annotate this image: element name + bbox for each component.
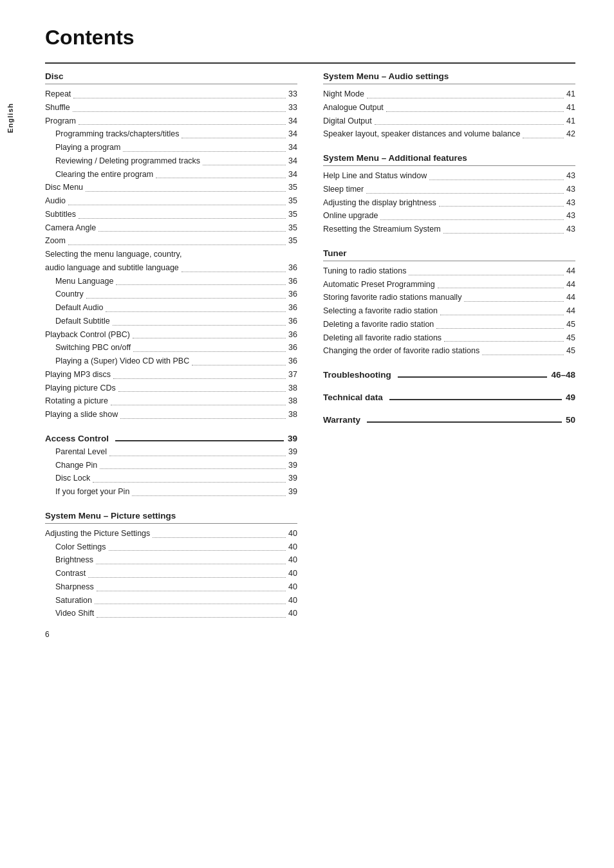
list-item: Deleting a favorite radio station45	[323, 319, 575, 331]
toc-dots	[113, 325, 286, 326]
toc-dots	[133, 338, 286, 338]
picture-settings-entries: Adjusting the Picture Settings40Color Se…	[45, 528, 297, 620]
toc-label: If you forget your Pin	[45, 486, 129, 498]
toc-dots	[118, 391, 286, 392]
list-item: Contrast40	[45, 568, 297, 580]
additional-features-section: System Menu – Additional features Help L…	[323, 153, 575, 235]
toc-page: 40	[288, 595, 297, 607]
two-column-layout: Disc Repeat33Shuffle33Program34Programmi…	[45, 71, 575, 633]
list-item: Deleting all favorite radio stations45	[323, 332, 575, 344]
toc-label: Rotating a picture	[45, 395, 108, 407]
list-item: Color Settings40	[45, 541, 297, 553]
toc-page: 38	[288, 409, 297, 421]
toc-dots	[439, 206, 564, 207]
toc-page: 40	[288, 581, 297, 593]
list-item: Brightness40	[45, 554, 297, 566]
toc-page: 45	[566, 332, 575, 344]
toc-label: Selecting a favorite radio station	[323, 305, 438, 317]
toc-dots	[109, 550, 286, 551]
toc-page: 40	[288, 528, 297, 540]
disc-entries: Repeat33Shuffle33Program34Programming tr…	[45, 88, 297, 421]
toc-label: Online upgrade	[323, 210, 378, 222]
list-item: Selecting a favorite radio station44	[323, 305, 575, 317]
toc-label: Help Line and Status window	[323, 170, 427, 182]
toc-dots	[96, 564, 286, 564]
toc-dots	[482, 355, 564, 355]
toc-dots	[203, 165, 286, 165]
toc-page: 34	[288, 142, 297, 154]
technical-data-dots	[389, 399, 562, 400]
toc-page: 38	[288, 395, 297, 407]
toc-label: Night Mode	[323, 88, 364, 100]
troubleshooting-dots	[398, 376, 548, 378]
toc-dots	[429, 180, 564, 180]
list-item: Automatic Preset Programming44	[323, 279, 575, 291]
list-item: Saturation40	[45, 595, 297, 607]
toc-label: Playback Control (PBC)	[45, 329, 130, 341]
toc-page: 43	[566, 210, 575, 222]
toc-label: Parental Level	[45, 446, 107, 458]
toc-label: Repeat	[45, 88, 71, 100]
page-number: 6	[45, 630, 50, 639]
tuner-divider	[323, 261, 575, 261]
list-item: Changing the order of favorite radio sta…	[323, 345, 575, 357]
toc-label: Switching PBC on/off	[45, 342, 131, 354]
list-item: Playing picture CDs38	[45, 382, 297, 394]
toc-label: Disc Menu	[45, 181, 83, 194]
list-item: Adjusting the Picture Settings40	[45, 528, 297, 540]
warranty-title: Warranty	[323, 415, 360, 425]
list-item: Subtitles35	[45, 208, 297, 221]
access-control-header-dots	[115, 440, 284, 441]
toc-page: 44	[566, 279, 575, 291]
toc-label: Default Audio	[45, 302, 103, 314]
toc-label: Deleting a favorite radio station	[323, 319, 434, 331]
audio-settings-divider	[323, 84, 575, 84]
toc-page: 40	[288, 568, 297, 580]
toc-label: Digital Output	[323, 115, 372, 127]
troubleshooting-header: Troubleshooting 46–48	[323, 370, 575, 380]
toc-label: Change Pin	[45, 459, 97, 472]
toc-page: 35	[288, 222, 297, 234]
toc-label: Adjusting the display brightness	[323, 197, 436, 209]
toc-label: Contrast	[45, 568, 86, 580]
list-item: Selecting the menu language, country,	[45, 248, 297, 261]
picture-settings-title: System Menu – Picture settings	[45, 511, 297, 521]
toc-page: 43	[566, 183, 575, 196]
right-column: System Menu – Audio settings Night Mode4…	[323, 71, 575, 633]
toc-page: 35	[288, 181, 297, 194]
technical-data-header: Technical data 49	[323, 392, 575, 402]
toc-label: Video Shift	[45, 607, 94, 620]
toc-page: 40	[288, 541, 297, 553]
list-item: Disc Lock39	[45, 472, 297, 485]
toc-dots	[106, 311, 286, 312]
disc-section: Disc Repeat33Shuffle33Program34Programmi…	[45, 71, 297, 421]
toc-dots	[367, 98, 564, 98]
list-item: Video Shift40	[45, 607, 297, 620]
toc-dots	[109, 456, 286, 456]
toc-dots	[97, 617, 286, 618]
toc-page: 39	[288, 446, 297, 458]
list-item: Change Pin39	[45, 459, 297, 472]
toc-page: 40	[288, 607, 297, 620]
access-control-entries: Parental Level39Change Pin39Disc Lock39I…	[45, 446, 297, 498]
toc-page: 36	[288, 315, 297, 328]
toc-label: Country	[45, 288, 84, 300]
list-item: Playing a (Super) Video CD with PBC36	[45, 355, 297, 367]
toc-label: Changing the order of favorite radio sta…	[323, 345, 479, 357]
technical-data-section: Technical data 49	[323, 392, 575, 402]
toc-dots	[86, 191, 286, 192]
toc-page: 36	[288, 355, 297, 367]
toc-page: 39	[288, 472, 297, 485]
toc-dots	[444, 341, 564, 342]
toc-label: Playing a program	[45, 142, 120, 154]
disc-divider	[45, 84, 297, 84]
toc-dots	[133, 351, 286, 352]
list-item: Country36	[45, 288, 297, 300]
toc-label: Analogue Output	[323, 102, 384, 114]
toc-page: 36	[288, 288, 297, 300]
list-item: Resetting the Streamium System43	[323, 223, 575, 235]
list-item: Sleep timer43	[323, 183, 575, 196]
toc-label: Automatic Preset Programming	[323, 279, 435, 291]
troubleshooting-page: 46–48	[551, 370, 575, 380]
toc-page: 43	[566, 170, 575, 182]
